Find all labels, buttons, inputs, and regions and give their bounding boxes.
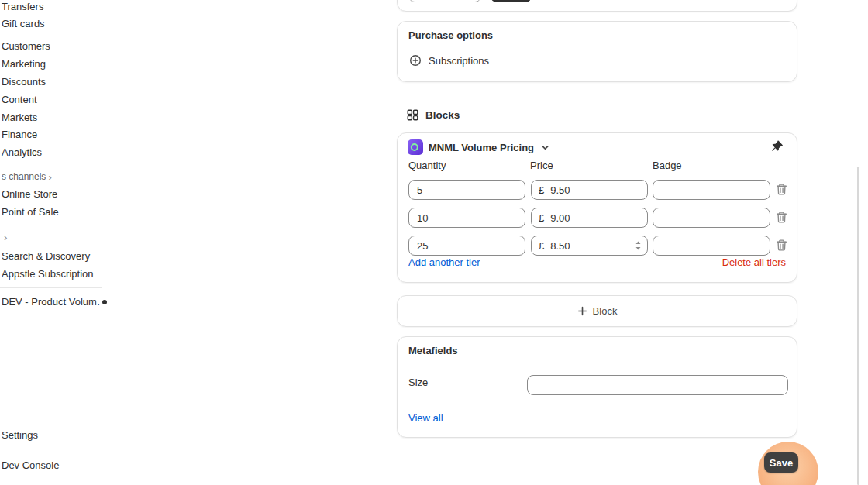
scrollbar-thumb[interactable] [857, 167, 859, 485]
delete-tier-button-3[interactable] [774, 239, 788, 253]
delete-tier-button-2[interactable] [774, 211, 788, 225]
plus-icon [577, 306, 587, 316]
sidebar-item-marketing[interactable]: Marketing [2, 58, 46, 71]
pin-icon[interactable] [770, 140, 784, 154]
blocks-section-title: Blocks [425, 109, 460, 121]
quantity-input-2[interactable] [408, 208, 525, 228]
price-field-2: £ [531, 208, 648, 228]
sidebar-item-transfers[interactable]: Transfers [2, 1, 43, 13]
circle-plus-icon [409, 54, 422, 67]
column-header-badge: Badge [653, 160, 682, 172]
subscriptions-label: Subscriptions [429, 55, 489, 67]
app-icon [408, 139, 423, 155]
price-input-3[interactable] [550, 240, 629, 252]
sidebar-item-point-of-sale[interactable]: Point of Sale [2, 206, 59, 218]
size-field-label: Size [408, 377, 428, 389]
add-subscriptions-row[interactable]: Subscriptions [409, 54, 489, 67]
purchase-options-title: Purchase options [408, 29, 493, 41]
sidebar-divider [0, 287, 102, 288]
view-all-link[interactable]: View all [408, 412, 443, 425]
sidebar-item-customers[interactable]: Customers [2, 40, 50, 53]
currency-prefix: £ [539, 212, 544, 224]
sidebar-item-settings[interactable]: Settings [2, 429, 38, 442]
badge-input-2[interactable] [653, 208, 770, 228]
sidebar-header-sales-channels[interactable]: s channels › [2, 171, 52, 183]
price-field-1: £ [531, 180, 648, 200]
currency-prefix: £ [539, 240, 544, 252]
add-block-button[interactable]: Block [397, 295, 797, 327]
add-another-tier-link[interactable]: Add another tier [408, 256, 480, 269]
sidebar-item-analytics[interactable]: Analytics [2, 146, 42, 159]
price-field-3: £ [531, 236, 648, 256]
sidebar-item-search-discovery[interactable]: Search & Discovery [2, 250, 90, 263]
badge-input-1[interactable] [653, 180, 770, 200]
number-stepper-icon[interactable] [635, 240, 642, 251]
column-header-quantity: Quantity [408, 160, 446, 172]
price-input-2[interactable] [550, 212, 642, 224]
price-input-1[interactable] [550, 184, 642, 196]
cropped-dark-button[interactable] [491, 0, 532, 2]
add-block-label: Block [593, 305, 618, 317]
dev-app-status-dot [102, 300, 107, 304]
sales-channels-header-label: s channels [2, 171, 46, 183]
sidebar-item-online-store[interactable]: Online Store [2, 188, 57, 201]
block-header-toggle[interactable]: MNML Volume Pricing [408, 139, 549, 155]
sidebar-item-content[interactable]: Content [2, 94, 37, 106]
cropped-top-card [397, 0, 797, 12]
metafields-card: Metafields Size View all [397, 336, 797, 438]
column-header-price: Price [530, 160, 553, 172]
chevron-down-icon [541, 143, 549, 152]
quantity-input-1[interactable] [408, 180, 525, 200]
sidebar-item-finance[interactable]: Finance [2, 129, 37, 141]
sidebar-item-markets[interactable]: Markets [2, 112, 37, 124]
sidebar-item-dev-app[interactable]: DEV - Product Volum… [2, 296, 101, 308]
sidebar-item-dev-console[interactable]: Dev Console [2, 459, 59, 472]
currency-prefix: £ [539, 184, 544, 196]
chevron-right-icon: › [4, 233, 7, 242]
sidebar-header-apps[interactable]: › [4, 233, 7, 242]
sidebar: Transfers Gift cards Customers Marketing… [0, 0, 122, 485]
delete-all-tiers-link[interactable]: Delete all tiers [722, 256, 786, 269]
sidebar-item-appstle-subscription[interactable]: Appstle Subscription [2, 268, 94, 280]
metafields-title: Metafields [408, 345, 458, 356]
blocks-icon [406, 108, 418, 121]
sidebar-item-gift-cards[interactable]: Gift cards [2, 18, 45, 30]
quantity-input-3[interactable] [408, 236, 525, 256]
save-button[interactable]: Save [764, 452, 798, 473]
delete-tier-button-1[interactable] [774, 183, 788, 197]
size-input[interactable] [527, 375, 788, 395]
block-title: MNML Volume Pricing [429, 142, 534, 153]
chevron-right-icon: › [48, 173, 51, 182]
sidebar-item-discounts[interactable]: Discounts [2, 76, 46, 88]
badge-input-3[interactable] [653, 236, 770, 256]
cropped-outline-button[interactable] [408, 0, 481, 2]
blocks-section-header: Blocks [406, 108, 460, 121]
purchase-options-card: Purchase options Subscriptions [397, 21, 797, 82]
volume-pricing-block-card: MNML Volume Pricing Quantity Price Badge… [397, 132, 797, 283]
